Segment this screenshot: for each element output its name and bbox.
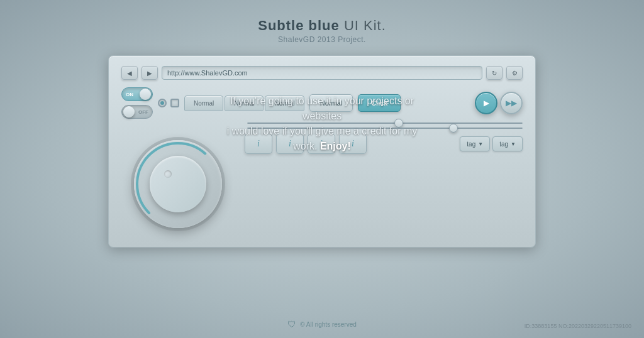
tab-normal-3[interactable]: Normal [265, 95, 304, 111]
normal-button[interactable]: Normal [309, 94, 353, 112]
sliders-section [247, 123, 523, 129]
main-controls: i i i i tag ▼ tag ▼ [121, 134, 523, 234]
tag-buttons-group: tag ▼ tag ▼ [460, 136, 523, 151]
slider-1[interactable] [247, 123, 523, 124]
subtitle: ShalevGD 2013 Project. [258, 35, 386, 44]
play-buttons-group: ▶ ▶▶ [475, 92, 523, 114]
radio-checkbox-group [158, 99, 179, 107]
toggle-on-knob [140, 89, 151, 100]
watermark-text: ID:33883155 NO:20220329220511739100 [525, 323, 631, 329]
knob-area [121, 134, 235, 234]
page-title: Subtle blue UI Kit. [258, 18, 386, 34]
url-bar[interactable]: http://www.ShalevGD.com [162, 66, 482, 80]
radio-button-1[interactable] [158, 99, 167, 107]
toggles-column: ON OFF [121, 87, 153, 119]
knob-outer-ring [134, 140, 222, 228]
back-button[interactable]: ◀ [121, 66, 138, 80]
tabs-section: Normal Normal Normal [184, 95, 304, 111]
slider-2-thumb[interactable] [449, 124, 458, 133]
knob-indicator-dot [164, 170, 172, 178]
info-buttons-row: i i i i tag ▼ tag ▼ [245, 134, 523, 154]
footer-text: © All rights reserved [300, 321, 357, 328]
tag-button-2[interactable]: tag ▼ [492, 136, 523, 151]
click-button[interactable]: Click [358, 94, 401, 112]
info-button-4[interactable]: i [339, 134, 367, 154]
slider-1-thumb[interactable] [394, 119, 403, 128]
shield-icon: 🛡 [287, 319, 296, 329]
tab-normal-1[interactable]: Normal [184, 95, 223, 111]
ui-panel: ◀ ▶ http://www.ShalevGD.com ↻ ⚙ If you'r… [108, 55, 536, 248]
refresh-button[interactable]: ↻ [486, 66, 502, 80]
controls-top-row: ON OFF Normal Normal [121, 87, 523, 119]
slider-2[interactable] [247, 128, 523, 129]
title-area: Subtle blue UI Kit. ShalevGD 2013 Projec… [258, 18, 386, 44]
right-controls: i i i i tag ▼ tag ▼ [245, 134, 523, 234]
knob-inner [150, 156, 206, 212]
settings-button[interactable]: ⚙ [506, 66, 523, 80]
toggle-off-knob [123, 106, 135, 117]
toggle-on-switch[interactable]: ON [121, 87, 153, 101]
tag-button-1[interactable]: tag ▼ [460, 136, 490, 151]
toggle-off-switch[interactable]: OFF [121, 105, 153, 119]
fast-forward-button[interactable]: ▶▶ [500, 92, 523, 114]
info-button-2[interactable]: i [276, 134, 304, 154]
tab-normal-2[interactable]: Normal [225, 95, 264, 111]
info-button-1[interactable]: i [245, 134, 272, 154]
forward-button[interactable]: ▶ [142, 66, 158, 80]
knob-container[interactable] [128, 134, 228, 234]
browser-bar: ◀ ▶ http://www.ShalevGD.com ↻ ⚙ [121, 66, 523, 80]
checkbox-1[interactable] [170, 99, 179, 107]
page-wrapper: Subtle blue UI Kit. ShalevGD 2013 Projec… [0, 0, 644, 338]
play-button[interactable]: ▶ [475, 92, 497, 114]
info-button-3[interactable]: i [308, 134, 335, 154]
